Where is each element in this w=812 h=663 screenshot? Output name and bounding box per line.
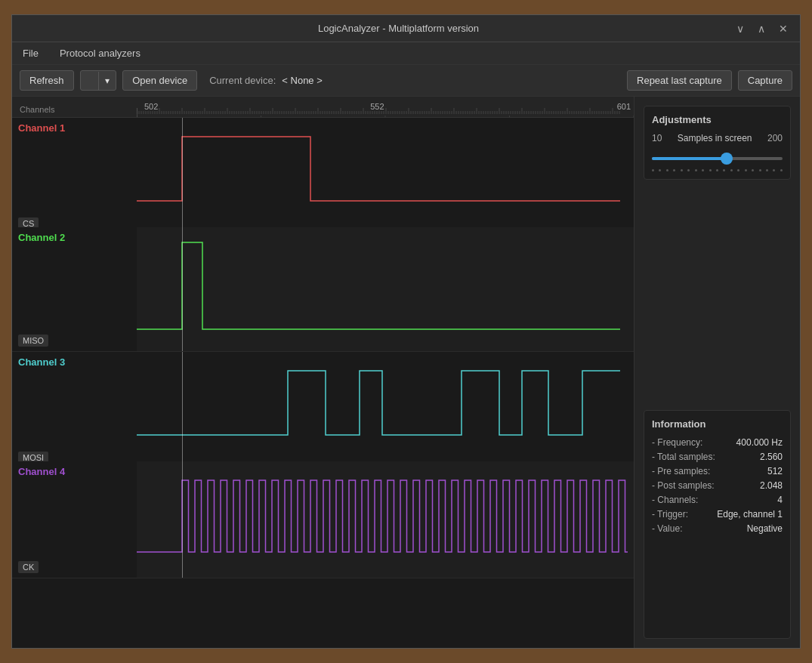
samples-min: 10 — [652, 133, 662, 143]
channel-2-sublabel: MISO — [18, 335, 48, 347]
window-title: LogicAnalyzer - Multiplatform version — [65, 23, 732, 34]
channel-4-signal: (function() { var pts = "0,120 60,120 ";… — [137, 461, 634, 578]
info-value-6: Negative — [747, 523, 783, 534]
samples-row: 10 Samples in screen 200 — [652, 133, 783, 143]
info-row-0: - Frequency: 400.000 Hz — [652, 437, 783, 448]
info-rows: - Frequency: 400.000 Hz - Total samples:… — [652, 437, 783, 534]
info-key-5: - Trigger: — [652, 509, 688, 520]
adjustments-section: Adjustments 10 Samples in screen 200 — [644, 106, 791, 180]
info-value-4: 4 — [777, 495, 783, 505]
channel-3-label-area: Channel 3 MOSI — [12, 352, 137, 468]
channel-3-row: Channel 3 MOSI — [12, 352, 634, 461]
samples-in-screen-label: Samples in screen — [678, 133, 752, 143]
info-row-4: - Channels: 4 — [652, 495, 783, 505]
info-key-3: - Post samples: — [652, 480, 715, 491]
close-button[interactable]: ✕ — [774, 21, 792, 36]
dropdown-value[interactable] — [81, 71, 99, 90]
channel-2-name: Channel 2 — [18, 232, 131, 243]
samples-slider[interactable] — [652, 151, 783, 166]
channels-panel: Channels 502 552 601 // generate ticks i… — [12, 97, 634, 648]
channel-4-sublabel: CK — [18, 561, 39, 573]
channels-header-label: Channels — [12, 105, 54, 117]
current-device-value: < None > — [282, 75, 323, 86]
refresh-button[interactable]: Refresh — [20, 70, 74, 91]
channel-4-svg: (function() { var pts = "0,120 60,120 ";… — [137, 461, 634, 578]
device-dropdown[interactable]: ▾ — [80, 70, 117, 91]
slider-thumb[interactable] — [721, 153, 733, 165]
info-row-6: - Value: Negative — [652, 523, 783, 534]
info-value-2: 512 — [767, 466, 783, 476]
channel-1-signal — [137, 118, 634, 234]
info-row-1: - Total samples: 2.560 — [652, 452, 783, 462]
info-key-4: - Channels: — [652, 495, 698, 505]
window-controls: ∨ ∧ ✕ — [732, 21, 792, 36]
info-key-1: - Total samples: — [652, 452, 715, 462]
right-panel: Adjustments 10 Samples in screen 200 — [634, 97, 800, 648]
title-bar: LogicAnalyzer - Multiplatform version ∨ … — [12, 15, 800, 42]
main-area: Channels 502 552 601 // generate ticks i… — [12, 97, 800, 648]
channel-1-name: Channel 1 — [18, 122, 131, 134]
info-value-5: Edge, channel 1 — [717, 509, 783, 520]
minimize-button[interactable]: ∨ — [732, 21, 749, 36]
repeat-last-capture-button[interactable]: Repeat last capture — [627, 70, 732, 91]
adjustments-title: Adjustments — [652, 114, 783, 125]
info-value-0: 400.000 Hz — [736, 437, 783, 448]
info-value-3: 2.048 — [760, 480, 783, 491]
toolbar: Refresh ▾ Open device Current device: < … — [12, 65, 800, 97]
menu-protocol-analyzers[interactable]: Protocol analyzers — [55, 46, 145, 60]
channel-4-row: Channel 4 CK (function() { var pts = "0,… — [12, 461, 634, 578]
channel-2-row: Channel 2 MISO — [12, 227, 634, 352]
right-spacer — [644, 189, 791, 401]
information-section: Information - Frequency: 400.000 Hz - To… — [644, 410, 791, 639]
toolbar-right: Repeat last capture Capture — [627, 70, 792, 91]
info-key-6: - Value: — [652, 523, 682, 534]
samples-max: 200 — [767, 133, 783, 143]
channel-4-name: Channel 4 — [18, 466, 131, 477]
slider-fill — [652, 157, 727, 160]
channel-2-label-area: Channel 2 MISO — [12, 227, 137, 351]
channel-1-row: Channel 1 CS — [12, 118, 634, 227]
info-row-2: - Pre samples: 512 — [652, 466, 783, 476]
menu-file[interactable]: File — [18, 46, 43, 60]
channel-4-label-area: Channel 4 CK — [12, 461, 137, 578]
current-device-label: Current device: — [209, 75, 276, 86]
info-key-2: - Pre samples: — [652, 466, 710, 476]
dropdown-arrow-icon[interactable]: ▾ — [98, 72, 116, 90]
open-device-button[interactable]: Open device — [122, 70, 197, 91]
info-value-1: 2.560 — [760, 452, 783, 462]
channel-2-svg — [137, 227, 634, 351]
channel-2-signal — [137, 227, 634, 351]
channel-1-svg — [137, 118, 634, 234]
menu-bar: File Protocol analyzers — [12, 42, 800, 65]
ruler: Channels 502 552 601 // generate ticks i… — [12, 97, 634, 118]
channel-3-svg — [137, 352, 634, 468]
main-window: LogicAnalyzer - Multiplatform version ∨ … — [11, 14, 801, 649]
information-title: Information — [652, 418, 783, 430]
channel-3-name: Channel 3 — [18, 356, 131, 368]
capture-button[interactable]: Capture — [738, 70, 792, 91]
channel-3-signal — [137, 352, 634, 468]
info-key-0: - Frequency: — [652, 437, 702, 448]
channel-1-label-area: Channel 1 CS — [12, 118, 137, 234]
maximize-button[interactable]: ∧ — [753, 21, 770, 36]
info-row-3: - Post samples: 2.048 — [652, 480, 783, 491]
info-row-5: - Trigger: Edge, channel 1 — [652, 509, 783, 520]
slider-dots — [652, 169, 783, 171]
